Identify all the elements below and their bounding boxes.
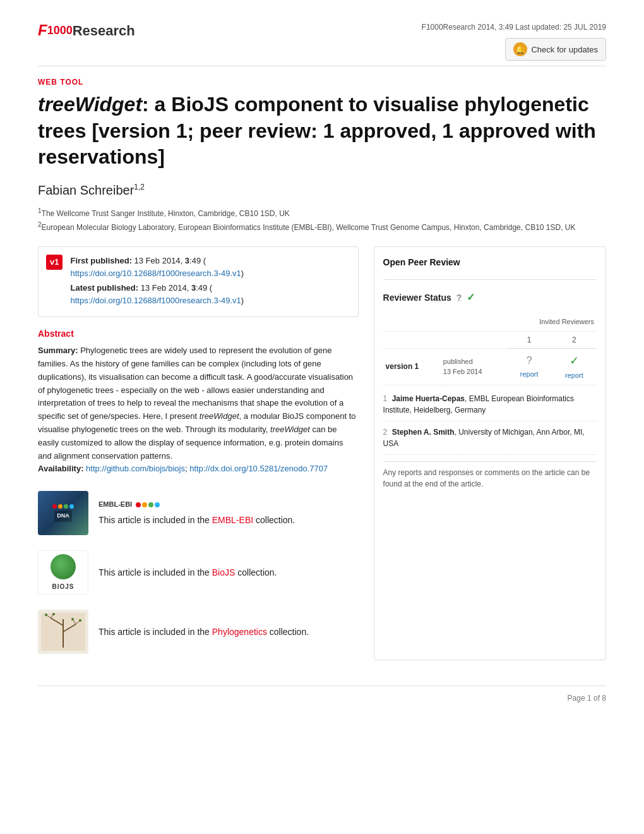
invited-reviewers-label: Invited Reviewers (507, 313, 597, 331)
svg-point-11 (79, 619, 81, 622)
left-column: v1 First published: 13 Feb 2014, 3:49 ( … (38, 246, 359, 660)
reviewer-1-icon: ? (527, 355, 532, 366)
biojs-label: BIOJS (52, 582, 74, 591)
reviewer-1-info: 1 Jaime Huerta-Cepas, EMBL European Bioi… (383, 393, 597, 421)
date-cell: published 13 Feb 2014 (441, 348, 507, 385)
published-label: published (443, 356, 504, 367)
dot-orange (142, 502, 147, 507)
availability-label: Availability: (38, 464, 83, 473)
biojs-circle (51, 554, 76, 579)
biojs-link[interactable]: BioJS (212, 567, 236, 577)
reviewer-2-icon-cell: ✓ report (552, 348, 597, 385)
latest-published: Latest published: 13 Feb 2014, 3:49 ( ht… (70, 282, 350, 306)
embl-ebi-thumbnail: DNA (38, 491, 88, 535)
reviewer-2-icon: ✓ (569, 354, 579, 367)
treewidget-ref-1: treeWidget (200, 411, 239, 421)
logo-numbers: 1000 (47, 22, 73, 39)
svg-point-10 (71, 618, 74, 620)
reviewer-2-num: 2 (383, 428, 388, 437)
article-type: WEB TOOL (38, 76, 606, 88)
affiliation-1: 1The Wellcome Trust Sanger Institute, Hi… (38, 206, 606, 220)
logo-research: Research (73, 20, 135, 41)
published-date: 13 Feb 2014 (443, 366, 504, 377)
article-note: Any reports and responses or comments on… (383, 461, 597, 490)
check-updates-label: Check for updates (531, 45, 598, 54)
affiliations: 1The Wellcome Trust Sanger Institute, Hi… (38, 206, 606, 234)
abstract-section: Abstract Summary: Phylogenetic trees are… (38, 327, 359, 476)
report-2-link[interactable]: report (565, 372, 583, 379)
header: F 1000 Research F1000Research 2014, 3:49… (38, 19, 606, 66)
page: F 1000 Research F1000Research 2014, 3:49… (0, 0, 644, 834)
page-number: Page 1 of 8 (568, 692, 606, 704)
phylogenetics-thumbnail (38, 610, 88, 654)
embl-logo-text: EMBL-EBI (98, 499, 132, 510)
abstract-text: Summary: Phylogenetic trees are widely u… (38, 344, 359, 476)
phylo-svg (41, 613, 85, 651)
availability-link-2[interactable]: http://dx.doi.org/10.5281/zenodo.7707 (189, 464, 328, 473)
collection-embl-ebi: DNA EMBL-EBI This article is included i (38, 491, 359, 535)
reviewer-2-info: 2 Stephen A. Smith, University of Michig… (383, 426, 597, 455)
embl-logo-dots (136, 502, 160, 507)
dot-red (136, 502, 141, 507)
bell-icon: 🔔 (513, 42, 527, 56)
embl-label: EMBL-EBI (98, 499, 295, 510)
reviewer-check-icon: ✓ (467, 290, 475, 305)
collection-biojs-text: This article is included in the BioJS co… (98, 566, 277, 579)
dot-blue (155, 502, 160, 507)
reviewer-col-1: 1 (507, 331, 552, 348)
reviewer-2-name: Stephen A. Smith (392, 428, 455, 437)
embl-ebi-link[interactable]: EMBL-EBI (212, 515, 253, 525)
treewidget-ref-2: treeWidget (270, 425, 310, 434)
first-published: First published: 13 Feb 2014, 3:49 ( htt… (70, 255, 350, 279)
biojs-thumbnail: BIOJS (38, 550, 88, 595)
title-italic-part: treeWidget (38, 93, 142, 116)
reviewer-table: Invited Reviewers 1 2 version 1 publishe… (383, 313, 597, 385)
empty-cell (383, 313, 507, 331)
pub-details: First published: 13 Feb 2014, 3:49 ( htt… (70, 255, 350, 309)
right-column: Open Peer Review Reviewer Status ? ✓ Inv… (374, 246, 606, 660)
header-right: F1000Research 2014, 3:49 Last updated: 2… (422, 19, 606, 61)
version-cell: version 1 (383, 348, 441, 385)
collection-phylogenetics: This article is included in the Phylogen… (38, 610, 359, 654)
collection-phylo-text: This article is included in the Phylogen… (98, 626, 309, 639)
divider-1 (383, 279, 597, 280)
reviewer-status-row: Reviewer Status ? ✓ (383, 290, 597, 305)
first-published-link[interactable]: https://doi.org/10.12688/f1000research.3… (70, 269, 241, 278)
phylogenetics-link[interactable]: Phylogenetics (212, 627, 267, 637)
empty-cell-2 (383, 331, 507, 348)
version-row: version 1 published 13 Feb 2014 ? report… (383, 348, 597, 385)
reviewer-status-label: Reviewer Status (383, 291, 451, 305)
reviewer-question-icon: ? (456, 291, 462, 305)
reviewer-1-num: 1 (383, 394, 388, 403)
logo-f: F (38, 19, 47, 42)
collection-embl-text: This article is included in the EMBL-EBI… (98, 514, 295, 527)
author-sup: 1,2 (134, 183, 145, 191)
footer: Page 1 of 8 (38, 686, 606, 704)
author-text: Fabian Schreiber (38, 183, 134, 197)
reviewer-col-2: 2 (552, 331, 597, 348)
article-title: treeWidget: a BioJS component to visuali… (38, 92, 606, 171)
svg-point-8 (45, 613, 47, 616)
author-name: Fabian Schreiber1,2 (38, 181, 606, 200)
dot-green (148, 502, 153, 507)
latest-published-link[interactable]: https://doi.org/10.12688/f1000research.3… (70, 296, 241, 305)
open-peer-review-heading: Open Peer Review (383, 256, 597, 269)
pub-info-box: v1 First published: 13 Feb 2014, 3:49 ( … (38, 246, 359, 317)
svg-point-9 (52, 613, 55, 615)
reviewer-1-icon-cell: ? report (507, 348, 552, 385)
check-updates-button[interactable]: 🔔 Check for updates (505, 38, 606, 61)
affiliation-2: 2European Molecular Biology Laboratory, … (38, 220, 606, 234)
two-col-layout: v1 First published: 13 Feb 2014, 3:49 ( … (38, 246, 606, 660)
collection-biojs: BIOJS This article is included in the Bi… (38, 550, 359, 595)
abstract-heading: Abstract (38, 327, 359, 341)
reviewer-1-name: Jaime Huerta-Cepas (392, 394, 465, 403)
summary-label: Summary: (38, 346, 78, 355)
availability-link-1[interactable]: http://github.com/biojs/biojs (86, 464, 185, 473)
version-badge: v1 (46, 255, 63, 270)
logo: F 1000 Research (38, 19, 135, 42)
header-meta: F1000Research 2014, 3:49 Last updated: 2… (422, 19, 606, 33)
report-1-link[interactable]: report (520, 370, 539, 378)
